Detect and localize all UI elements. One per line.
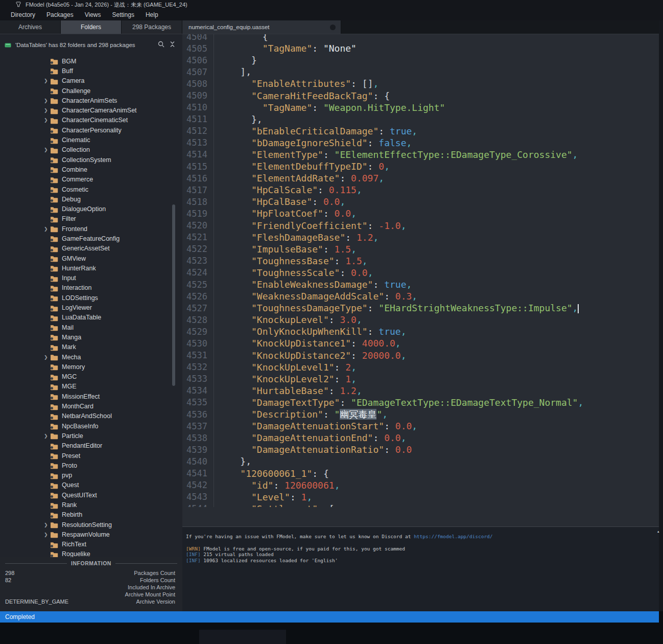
folder-item-MissionEffect[interactable]: MissionEffect <box>0 392 176 401</box>
folder-item-CharacterCinematicSet[interactable]: ❯CharacterCinematicSet <box>0 116 176 125</box>
chevron-right-icon[interactable]: ❯ <box>44 433 50 439</box>
sidebar-scrollbar-thumb[interactable] <box>172 204 175 386</box>
folder-item-Mecha[interactable]: ❯Mecha <box>0 352 176 362</box>
chevron-right-icon[interactable]: ❯ <box>44 147 50 152</box>
scroll-up-arrow-icon[interactable]: ▴ <box>657 530 659 534</box>
folder-item-Rank[interactable]: Rank <box>0 500 176 510</box>
folder-label: MGE <box>62 383 76 390</box>
folder-item-Manga[interactable]: Manga <box>0 332 176 342</box>
chevron-right-icon[interactable]: ❯ <box>44 108 50 113</box>
collapse-all-icon[interactable] <box>170 40 175 50</box>
folder-item-Mark[interactable]: Mark <box>0 342 176 352</box>
folder-item-NetbarAndSchool[interactable]: NetbarAndSchool <box>0 411 176 421</box>
chevron-right-icon[interactable]: ❯ <box>44 522 50 527</box>
code-text: "ElementType": "EElementEffectType::EDam… <box>214 149 578 160</box>
chevron-right-icon[interactable]: ❯ <box>44 532 50 537</box>
code-line: 4544 "Settlement": [ <box>182 503 659 507</box>
folder-item-Commerce[interactable]: Commerce <box>0 175 176 185</box>
line-number: 4538 <box>182 432 214 444</box>
code-text: "120600061_1": { <box>214 468 329 479</box>
folder-item-NpcBaseInfo[interactable]: NpcBaseInfo <box>0 421 176 431</box>
folder-item-Memory[interactable]: Memory <box>0 362 176 372</box>
chevron-right-icon[interactable]: ❯ <box>44 226 50 232</box>
folder-item-Interaction[interactable]: Interaction <box>0 283 176 293</box>
folder-item-pvp[interactable]: pvp <box>0 470 176 480</box>
folder-item-Combine[interactable]: Combine <box>0 165 176 174</box>
folder-item-HunterRank[interactable]: HunterRank <box>0 263 176 273</box>
folder-item-Particle[interactable]: ❯Particle <box>0 431 176 441</box>
folder-icon <box>50 117 58 124</box>
tab-archives[interactable]: Archives <box>0 20 61 34</box>
file-tab[interactable]: numerical_config_equip.uasset <box>182 20 341 34</box>
code-line: 4506 } <box>182 54 659 66</box>
folder-item-Proto[interactable]: Proto <box>0 461 176 470</box>
chevron-right-icon[interactable]: ❯ <box>44 118 50 123</box>
folder-item-BGM[interactable]: BGM <box>0 56 176 66</box>
folder-item-Debug[interactable]: Debug <box>0 194 176 204</box>
folder-item-Collection[interactable]: ❯Collection <box>0 145 176 155</box>
folder-item-LODSettings[interactable]: LODSettings <box>0 293 176 303</box>
line-number: 4515 <box>182 160 214 172</box>
close-icon[interactable] <box>330 25 336 30</box>
discord-link[interactable]: https://fmodel.app/discord/ <box>414 534 492 539</box>
menu-settings[interactable]: Settings <box>107 9 140 20</box>
code-text: "FriendlyCoefficient": -1.0, <box>214 220 407 231</box>
folder-item-CharacterCameraAnimSet[interactable]: ❯CharacterCameraAnimSet <box>0 105 176 115</box>
folder-item-Cinematic[interactable]: Cinematic <box>0 135 176 145</box>
search-icon[interactable] <box>158 40 164 50</box>
menu-help[interactable]: Help <box>140 9 164 20</box>
folder-item-Quest[interactable]: Quest <box>0 480 176 490</box>
code-text: "KnockupLevel": 3.0, <box>214 314 362 325</box>
folder-item-Input[interactable]: Input <box>0 273 176 283</box>
chevron-right-icon[interactable]: ❯ <box>44 98 50 103</box>
menu-views[interactable]: Views <box>79 9 107 20</box>
json-code-view[interactable]: 4504 {4505 "TagName": "None"4506 }4507 ]… <box>182 34 659 507</box>
code-line: 4530 "KnockUpDistance1": 4000.0, <box>182 337 659 349</box>
folder-item-Challenge[interactable]: Challenge <box>0 86 176 96</box>
folder-item-QuestUIText[interactable]: QuestUIText <box>0 490 176 500</box>
folder-icon <box>50 482 58 489</box>
folder-item-Mail[interactable]: Mail <box>0 323 176 332</box>
sidebar-status-text: 'DataTables' has 82 folders and 298 pack… <box>15 42 158 48</box>
folder-item-PendantEditor[interactable]: PendantEditor <box>0 441 176 451</box>
folder-item-GMView[interactable]: GMView <box>0 254 176 263</box>
code-text: "HpFloatCoef": 0.0, <box>214 208 357 219</box>
folder-item-Camera[interactable]: ❯Camera <box>0 76 176 86</box>
folder-item-Frontend[interactable]: ❯Frontend <box>0 224 176 234</box>
folder-label: Debug <box>62 196 81 203</box>
folder-item-Preset[interactable]: Preset <box>0 451 176 461</box>
folder-label: Filter <box>62 215 76 222</box>
folder-label: MissionEffect <box>62 393 100 400</box>
status-bar: Completed <box>0 611 659 623</box>
folder-item-MonthCard[interactable]: MonthCard <box>0 401 176 411</box>
folder-item-CollectionSystem[interactable]: CollectionSystem <box>0 155 176 165</box>
folder-item-RichText[interactable]: RichText <box>0 540 176 549</box>
folder-item-GameFeatureConfig[interactable]: GameFeatureConfig <box>0 234 176 243</box>
folder-icon <box>50 393 58 400</box>
folder-label: CharacterCinematicSet <box>62 117 128 124</box>
folder-item-ResolutionSetting[interactable]: ❯ResolutionSetting <box>0 520 176 530</box>
chevron-right-icon[interactable]: ❯ <box>44 78 50 83</box>
code-text: }, <box>214 114 263 125</box>
folder-item-GenericAssetSet[interactable]: GenericAssetSet <box>0 244 176 254</box>
folder-item-CharacterPersonality[interactable]: CharacterPersonality <box>0 125 176 135</box>
folder-item-RespawnVolume[interactable]: ❯RespawnVolume <box>0 530 176 539</box>
tab-packages[interactable]: 298 Packages <box>122 20 182 34</box>
folder-item-MGE[interactable]: MGE <box>0 382 176 392</box>
folder-item-Cosmetic[interactable]: Cosmetic <box>0 185 176 194</box>
folder-item-Buff[interactable]: Buff <box>0 66 176 76</box>
tab-folders[interactable]: Folders <box>61 20 122 34</box>
folder-item-LogViewer[interactable]: LogViewer <box>0 303 176 312</box>
folder-item-MGC[interactable]: MGC <box>0 372 176 382</box>
chevron-right-icon[interactable]: ❯ <box>44 355 50 360</box>
folder-item-Rebirth[interactable]: Rebirth <box>0 510 176 520</box>
folder-icon <box>50 176 58 183</box>
menu-directory[interactable]: Directory <box>5 9 41 20</box>
code-text: "KnockUpDistance1": 4000.0, <box>214 338 401 349</box>
folder-item-CharacterAnimSets[interactable]: ❯CharacterAnimSets <box>0 96 176 105</box>
folder-item-DialogueOption[interactable]: DialogueOption <box>0 204 176 214</box>
menu-packages[interactable]: Packages <box>41 9 79 20</box>
folder-item-Filter[interactable]: Filter <box>0 214 176 224</box>
line-number: 4540 <box>182 455 214 467</box>
folder-item-LuaDataTable[interactable]: LuaDataTable <box>0 313 176 323</box>
